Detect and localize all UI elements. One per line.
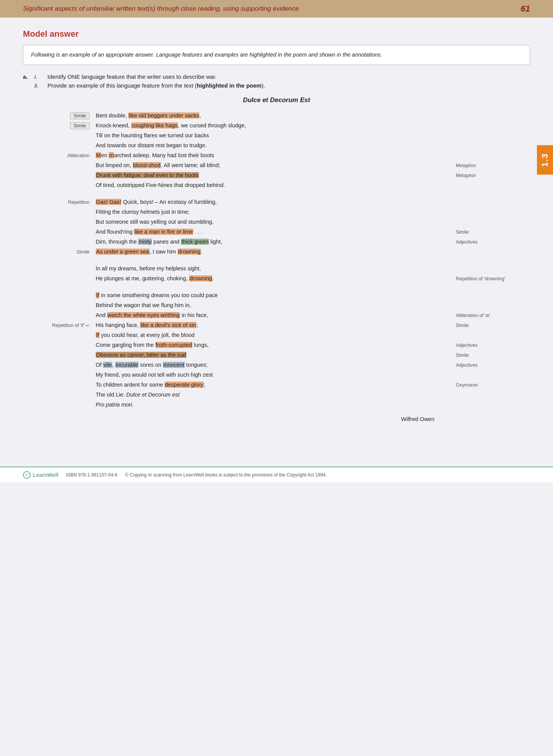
highlight-vile: vile (103, 362, 112, 368)
poem-line-28: Pro patria mori. (23, 400, 530, 410)
alliteration-w-label: Alliteration of 'w' (456, 313, 490, 318)
poem-line-3: Till on the haunting flares we turned ou… (23, 131, 530, 141)
ann-right-simile-3: Simile (450, 323, 530, 328)
question-i-label: i. (34, 73, 44, 80)
poem-line-17: If in some smothering dreams you too cou… (23, 291, 530, 301)
stanza-gap-1 (23, 190, 530, 197)
poem-line-11: But someone still was yelling out and st… (23, 217, 530, 227)
line-text-24: Of vile, incurable sores on innocent ton… (96, 360, 450, 370)
simile-right-label-3: Simile (456, 323, 469, 328)
line-text-12: And flound'ring like a man in fire or li… (96, 227, 450, 237)
ann-right-repetition-drowning: Repetition of 'drowning' (450, 275, 530, 281)
bracket-symbol: ⌐ (86, 322, 90, 328)
ann-right-metaphor-1: Metaphor (450, 163, 530, 168)
highlight-gas-gas: Gas! Gas! (96, 199, 121, 205)
line-text-5: Men marched asleep. Many had lost their … (96, 151, 450, 160)
repetition-drowning-label: Repetition of 'drowning' (456, 276, 505, 281)
poem-line-27: The old Lie: Dulce et Decorum est (23, 390, 530, 400)
poem-line-26: To children ardent for some desperate gl… (23, 380, 530, 390)
highlight-desperate-glory: desperate glory (165, 382, 204, 388)
ann-right-metaphor-2: Metaphor (450, 173, 530, 178)
poem-author: Wilfred Owen (96, 415, 450, 424)
poem-line-23: Obscene as cancer, bitter as the cud Sim… (23, 350, 530, 360)
line-text-26: To children ardent for some desperate gl… (96, 380, 450, 390)
poem-line-21: If you could hear, at every jolt, the bl… (23, 330, 530, 340)
poem-line-22: Come gargling from the froth-corrupted l… (23, 340, 530, 350)
line-text-14: As under a green sea, I saw him drowning… (96, 247, 450, 257)
poem-line-24: Of vile, incurable sores on innocent ton… (23, 360, 530, 370)
adjectives-label-2: Adjectives (456, 343, 478, 348)
poem-line-20: Repetition of 'if' ⌐ His hanging face, l… (23, 320, 530, 330)
question-ii-label: ii. (34, 82, 44, 89)
line-text-4: And towards our distant rest began to tr… (96, 141, 450, 150)
ann-right-simile-2: Simile (450, 229, 530, 235)
simile-right-label: Simile (456, 229, 469, 235)
question-i-text: Identify ONE language feature that the w… (47, 73, 217, 80)
poem-line-14: Simile As under a green sea, I saw him d… (23, 247, 530, 257)
line-text-17: If in some smothering dreams you too cou… (96, 291, 450, 300)
question-ii-text: Provide an example of this language feat… (47, 82, 265, 89)
highlight-blood-shod: blood-shod (133, 162, 161, 168)
highlight-drowning-2: drowning (189, 275, 212, 281)
line-text-13: Dim, through the misty panes and thick g… (96, 237, 450, 247)
poem-line-7: Drunk with fatigue; deaf even to the hoo… (23, 171, 530, 180)
highlight-marched: m (109, 152, 114, 158)
highlight-devils-sick: like a devil's sick of sin (140, 322, 196, 328)
highlight-if-2: If (96, 332, 100, 338)
ann-left-repetition-if: Repetition of 'if' ⌐ (23, 322, 96, 328)
line-text-8: Of tired, outstripped Five-Nines that dr… (96, 180, 450, 190)
highlight-coughing: coughing like hags (131, 122, 178, 128)
info-box: Following is an example of an appropriat… (23, 45, 530, 65)
line-text-23: Obscene as cancer, bitter as the cud (96, 350, 450, 360)
ann-right-adjectives-2: Adjectives (450, 343, 530, 348)
ann-left-simile-3: Simile (23, 249, 96, 255)
metaphor-label-1: Metaphor (456, 163, 476, 168)
ann-right-simile-4: Simile (450, 353, 530, 358)
highlight-obscene-cancer: Obscene as cancer, bitter as the cud (96, 352, 186, 358)
footer-brand: LearnWell (33, 472, 59, 478)
poem-line-25: My friend, you would not tell with such … (23, 370, 530, 380)
line-text-10: Fitting the clumsy helmets just in time; (96, 207, 450, 217)
poem-line-13: Dim, through the misty panes and thick g… (23, 237, 530, 247)
adjectives-label-1: Adjectives (456, 239, 478, 245)
line-text-20: His hanging face, like a devil's sick of… (96, 320, 450, 330)
line-text-15: In all my dreams, before my helpless sig… (96, 264, 450, 273)
line-text-11: But someone still was yelling out and st… (96, 217, 450, 227)
repetition-label: Repetition (68, 200, 90, 205)
line-text-19: And watch the white eyes writhing in his… (96, 311, 450, 320)
highlight-thick-green: thick green (181, 239, 209, 245)
metaphor-label-2: Metaphor (456, 173, 476, 178)
learnwell-circle-icon: © (23, 471, 31, 479)
line-text-18: Behind the wagon that we flung him in, (96, 301, 450, 310)
question-a-label: a. (23, 73, 31, 89)
ann-left-simile-2: Simile (23, 122, 96, 129)
highlight-old-beggars: like old beggars under sacks (128, 112, 199, 119)
poem-line-6: But limped on, blood-shod. All went lame… (23, 161, 530, 171)
line-text-22: Come gargling from the froth-corrupted l… (96, 340, 450, 350)
top-header: Significant aspects of unfamiliar writte… (0, 0, 553, 18)
poem-line-12: And flound'ring like a man in fire or li… (23, 227, 530, 237)
line-text-2: Knock-kneed, coughing like hags, we curs… (96, 121, 450, 130)
ann-left-alliteration: Alliteration (23, 153, 96, 158)
alliteration-label: Alliteration (67, 153, 90, 158)
footer-logo: © LearnWell (23, 471, 59, 479)
footer-isbn: ISBN 978-1-991107-04-6 (66, 472, 117, 478)
footer: © LearnWell ISBN 978-1-991107-04-6 © Cop… (0, 467, 553, 483)
line-text-9: Gas! Gas! Quick, boys! – An ecstasy of f… (96, 197, 450, 207)
oxymoron-label: Oxymoron (456, 382, 478, 388)
highlight-drowning-1: drowning (178, 249, 201, 255)
question-a: a. i. Identify ONE language feature that… (23, 73, 530, 89)
model-answer-title: Model answer (23, 29, 530, 39)
line-text-21: If you could hear, at every jolt, the bl… (96, 330, 450, 340)
poem-line-19: And watch the white eyes writhing in his… (23, 311, 530, 320)
highlight-innocent: innocent (163, 362, 185, 368)
ann-left-simile-1: Simile (23, 112, 96, 119)
stanza-gap-2 (23, 257, 530, 264)
poem-line-16: He plunges at me, guttering, choking, dr… (23, 274, 530, 284)
header-title: Significant aspects of unfamiliar writte… (23, 5, 299, 13)
page-number: 61 (521, 4, 530, 14)
poem-line-18: Behind the wagon that we flung him in, (23, 301, 530, 311)
highlight-drunk-fatigue: Drunk with fatigue; deaf even to the hoo… (96, 172, 199, 178)
highlight-froth-corrupted: froth-corrupted (155, 342, 192, 348)
poem-block: Simile Bent double, like old beggars und… (23, 111, 530, 424)
